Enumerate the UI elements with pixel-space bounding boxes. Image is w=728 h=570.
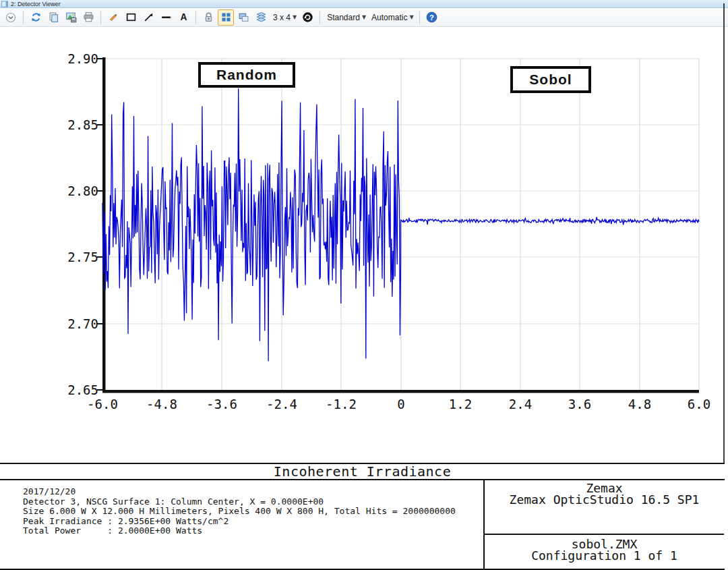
- text-annotate-button[interactable]: A: [175, 9, 191, 26]
- copy-button[interactable]: [45, 9, 61, 26]
- report-title: Incoherent Irradiance: [274, 463, 451, 480]
- x-tick-label: 0: [374, 397, 428, 411]
- fit-window-button[interactable]: [218, 9, 234, 26]
- report-detector-line: Detector 3, NSCG Surface 1: Column Cente…: [23, 497, 483, 507]
- rectangle-annotate-button[interactable]: [123, 9, 139, 26]
- auto-update-icon: [302, 11, 313, 23]
- scale-mode-label: Automatic: [371, 13, 407, 22]
- toolbar-separator: [419, 11, 420, 24]
- print-icon: [83, 11, 94, 23]
- help-icon: ?: [426, 11, 437, 23]
- print-button[interactable]: [80, 9, 96, 26]
- window-titlebar[interactable]: 2: Detector Viewer: [0, 0, 728, 8]
- grid-size-dropdown[interactable]: 3 x 4 ▼: [270, 13, 298, 22]
- rectangle-annotate-icon: [125, 11, 137, 23]
- detector-viewer-icon: [1, 1, 8, 7]
- chart-area[interactable]: 2.90 2.85 2.80 2.75 2.70 2.65 -6.0 -4.8 …: [0, 27, 728, 463]
- report-details: 2017/12/20 Detector 3, NSCG Surface 1: C…: [0, 480, 483, 569]
- random-annotation-box: Random: [198, 62, 295, 88]
- report-side-panel: Zemax Zemax OpticStudio 16.5 SP1 sobol.Z…: [483, 480, 724, 569]
- pencil-annotate-icon: [108, 11, 119, 23]
- layers-icon: [255, 11, 267, 23]
- line-annotate-icon: [160, 11, 172, 23]
- arrow-annotate-button[interactable]: [140, 9, 156, 26]
- layers-button[interactable]: [253, 9, 269, 26]
- y-tick-label: 2.65: [54, 382, 98, 397]
- y-tick-label: 2.85: [54, 117, 98, 132]
- x-tick-label: -2.4: [255, 397, 309, 411]
- save-image-icon: [65, 11, 77, 23]
- lock-icon: [203, 11, 214, 23]
- report-footer: Incoherent Irradiance 2017/12/20 Detecto…: [0, 463, 728, 570]
- chevron-down-icon: ▼: [293, 14, 297, 20]
- report-date-line: 2017/12/20: [23, 487, 483, 497]
- lock-button[interactable]: [200, 9, 216, 26]
- sobol-annotation-box: Sobol: [510, 66, 591, 93]
- scale-mode-dropdown[interactable]: Automatic ▼: [369, 13, 415, 22]
- auto-update-button[interactable]: [299, 9, 315, 26]
- toolbar-separator: [23, 11, 24, 24]
- detector-viewer-window: 2: Detector Viewer: [0, 0, 728, 570]
- text-annotate-icon: A: [178, 11, 189, 23]
- report-peak-line: Peak Irradiance : 2.9356E+00 Watts/cm^2: [23, 517, 483, 527]
- toolbar-separator: [320, 11, 320, 24]
- y-tick-label: 2.80: [54, 183, 98, 198]
- y-tick-label: 2.75: [54, 250, 98, 264]
- configuration-line: Configuration 1 of 1: [485, 550, 724, 561]
- brand-cell: Zemax Zemax OpticStudio 16.5 SP1: [485, 480, 724, 535]
- y-tick-label: 2.70: [54, 316, 98, 331]
- collapse-ribbon-button[interactable]: [3, 9, 19, 26]
- window-right-border: [723, 3, 725, 543]
- file-cell: sobol.ZMX Configuration 1 of 1: [485, 535, 724, 570]
- refresh-button[interactable]: [28, 9, 44, 26]
- x-tick-label: 6.0: [672, 397, 726, 411]
- report-power-line: Total Power : 2.0000E+00 Watts: [23, 526, 483, 536]
- x-tick-label: -6.0: [75, 397, 129, 411]
- report-title-row: Incoherent Irradiance: [0, 463, 725, 480]
- display-mode-label: Standard: [327, 13, 360, 22]
- display-mode-dropdown[interactable]: Standard ▼: [324, 13, 367, 22]
- x-tick-label: -4.8: [135, 397, 189, 411]
- x-tick-label: -1.2: [314, 397, 368, 411]
- copy-window-icon: [238, 11, 249, 23]
- y-tick-label: 2.90: [54, 51, 98, 66]
- x-tick-label: -3.6: [195, 397, 249, 411]
- svg-text:A: A: [180, 11, 187, 22]
- x-tick-label: 2.4: [493, 397, 547, 411]
- copy-window-button[interactable]: [235, 9, 251, 26]
- toolbar-separator: [100, 11, 101, 24]
- collapse-chevron-icon: [5, 12, 16, 23]
- window-title: 2: Detector Viewer: [11, 1, 61, 7]
- x-tick-label: 1.2: [433, 397, 487, 411]
- brand-version: Zemax OpticStudio 16.5 SP1: [485, 494, 724, 505]
- svg-text:?: ?: [429, 13, 434, 22]
- help-button[interactable]: ?: [424, 9, 440, 26]
- x-tick-label: 4.8: [613, 397, 667, 411]
- chevron-down-icon: ▼: [362, 14, 366, 20]
- report-size-line: Size 6.000 W X 12.000 H Millimeters, Pix…: [23, 507, 483, 517]
- grid-size-label: 3 x 4: [273, 13, 291, 22]
- chevron-down-icon: ▼: [409, 14, 413, 20]
- save-image-button[interactable]: [63, 9, 79, 26]
- toolbar-separator: [195, 11, 196, 24]
- copy-icon: [48, 11, 59, 23]
- arrow-annotate-icon: [143, 11, 154, 23]
- line-annotate-button[interactable]: [158, 9, 174, 26]
- pencil-annotate-button[interactable]: [105, 9, 121, 26]
- refresh-icon: [30, 11, 42, 23]
- x-tick-label: 3.6: [553, 397, 607, 411]
- fit-window-icon: [220, 11, 232, 23]
- toolbar: A: [0, 8, 728, 27]
